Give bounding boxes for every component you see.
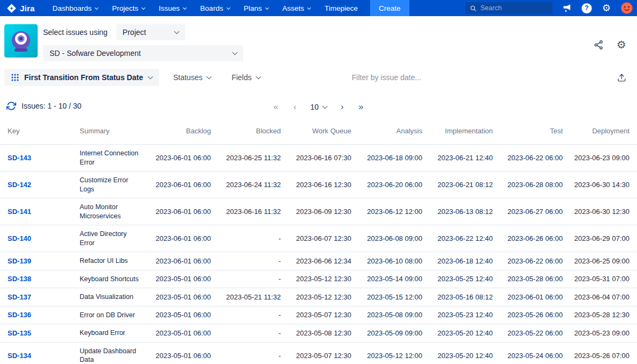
nav-item-projects[interactable]: Projects: [105, 0, 152, 16]
date-cell: -: [215, 225, 285, 252]
table-row: SD-135Keyboard Error2023-05-01 06:00-202…: [0, 324, 637, 342]
nav-item-plans[interactable]: Plans: [237, 0, 275, 16]
nav-item-issues[interactable]: Issues: [152, 0, 193, 16]
date-cell: 2023-06-24 11:32: [215, 172, 285, 198]
nav-item-label: Plans: [244, 4, 262, 12]
nav-item-boards[interactable]: Boards: [193, 0, 237, 16]
date-cell: 2023-06-13 08:12: [427, 198, 497, 225]
issue-source-select[interactable]: Project: [116, 24, 185, 40]
date-cell: 2023-05-09 09:00: [356, 324, 427, 342]
top-navigation: Jira DashboardsProjectsIssuesBoardsPlans…: [0, 0, 637, 16]
statuses-label: Statuses: [173, 73, 202, 82]
nav-item-assets[interactable]: Assets: [275, 0, 318, 16]
project-select[interactable]: SD - Sofware Development: [43, 45, 243, 61]
user-avatar[interactable]: [621, 2, 633, 14]
pagination-controls: « ‹ 10 › »: [268, 102, 369, 112]
share-button[interactable]: [593, 40, 604, 50]
issue-key-link[interactable]: SD-138: [8, 275, 31, 283]
table-row: SD-134Update Dashboard Data2023-05-01 06…: [0, 342, 637, 364]
megaphone-icon: [562, 3, 572, 13]
date-cell: 2023-06-12 12:00: [356, 198, 427, 225]
issue-key-link[interactable]: SD-142: [8, 181, 31, 189]
column-header-analysis: Analysis: [356, 122, 427, 145]
nav-item-label: Projects: [112, 4, 138, 12]
select-issues-label: Select issues using: [43, 28, 108, 37]
jira-logo[interactable]: Jira: [6, 3, 35, 13]
filter-toolbar: First Transition From Status Date Status…: [0, 67, 637, 95]
date-cell: 2023-05-08 09:00: [356, 306, 427, 324]
chevron-down-icon: [174, 28, 179, 34]
feedback-megaphone-icon[interactable]: [561, 2, 573, 14]
page-size-select[interactable]: 10: [306, 102, 331, 112]
issue-key-link[interactable]: SD-136: [8, 311, 31, 319]
app-icon-graphic: [4, 24, 38, 58]
nav-item-timepiece[interactable]: Timepiece: [317, 0, 365, 16]
issue-date-filter-input[interactable]: [352, 73, 611, 82]
column-header-work-queue: Work Queue: [285, 122, 356, 145]
date-cell: 2023-06-06 12:34: [285, 252, 356, 270]
grid-icon: [11, 74, 19, 81]
search-input[interactable]: [480, 4, 548, 12]
nav-item-dashboards[interactable]: Dashboards: [46, 0, 105, 16]
fields-filter[interactable]: Fields: [225, 73, 266, 82]
search-icon: [470, 5, 477, 12]
first-page-button[interactable]: «: [268, 102, 284, 112]
date-cell: 2023-06-28 08:00: [497, 172, 567, 198]
help-icon[interactable]: ?: [582, 3, 592, 13]
date-cell: 2023-05-20 12:40: [427, 324, 497, 342]
date-cell: 2023-06-01 06:00: [147, 172, 215, 198]
date-cell: 2023-06-23 09:00: [567, 145, 637, 172]
prev-page-button[interactable]: ‹: [288, 102, 301, 112]
date-cell: 2023-05-21 11:32: [215, 288, 285, 306]
report-settings-gear-icon[interactable]: ⚙: [617, 39, 626, 50]
date-cell: 2023-05-12 12:00: [356, 342, 427, 364]
settings-gear-icon[interactable]: ⚙: [600, 2, 612, 14]
date-cell: 2023-06-01 06:00: [147, 198, 215, 225]
issue-summary: Auto Monitor Microservices: [75, 198, 147, 225]
chevron-down-icon: [147, 74, 153, 79]
column-header-summary: Summary: [75, 122, 147, 145]
last-page-button[interactable]: »: [353, 102, 369, 112]
nav-item-label: Issues: [159, 4, 180, 12]
brand-name: Jira: [20, 4, 35, 13]
table-row: SD-136Error on DB Driver2023-05-01 06:00…: [0, 306, 637, 324]
date-cell: 2023-05-14 09:00: [356, 270, 427, 288]
date-cell: 2023-05-31 07:00: [567, 270, 637, 288]
nav-item-label: Assets: [282, 4, 305, 12]
issue-key-link[interactable]: SD-135: [8, 329, 31, 337]
export-button[interactable]: [617, 73, 626, 82]
date-field-label: First Transition From Status Date: [24, 73, 143, 82]
chevron-down-icon: [207, 74, 212, 79]
statuses-filter[interactable]: Statuses: [167, 73, 217, 82]
date-cell: -: [215, 252, 285, 270]
issue-key-link[interactable]: SD-134: [8, 352, 31, 360]
issue-key-link[interactable]: SD-137: [8, 293, 31, 301]
date-cell: 2023-05-26 06:00: [497, 306, 567, 324]
date-cell: 2023-05-12 12:30: [285, 270, 356, 288]
issue-summary: Error on DB Driver: [75, 306, 147, 324]
issue-key-link[interactable]: SD-140: [8, 234, 31, 242]
chevron-down-icon: [183, 5, 187, 9]
date-cell: 2023-05-23 12:40: [427, 306, 497, 324]
transition-date-field-select[interactable]: First Transition From Status Date: [4, 69, 159, 86]
next-page-button[interactable]: ›: [335, 102, 349, 112]
date-cell: 2023-06-26 06:00: [497, 225, 567, 252]
create-button[interactable]: Create: [370, 0, 409, 16]
date-cell: 2023-06-08 09:00: [356, 225, 427, 252]
export-icon: [617, 73, 626, 82]
date-cell: 2023-05-01 06:00: [147, 306, 215, 324]
table-header-row: KeySummaryBacklogBlockedWork QueueAnalys…: [0, 122, 637, 145]
refresh-button[interactable]: [6, 101, 16, 111]
issue-summary: Internet Connection Error: [75, 145, 147, 172]
issue-key-link[interactable]: SD-143: [8, 154, 31, 162]
issue-summary: Data Visualization: [75, 288, 147, 306]
date-cell: 2023-06-16 12:30: [285, 172, 356, 198]
date-cell: 2023-05-22 06:00: [497, 324, 567, 342]
global-search[interactable]: [465, 2, 553, 14]
chevron-down-icon: [307, 5, 311, 9]
date-cell: 2023-06-16 11:32: [215, 198, 285, 225]
issue-key-link[interactable]: SD-139: [8, 257, 31, 265]
date-cell: 2023-05-16 08:12: [427, 288, 497, 306]
date-cell: 2023-06-04 07:00: [567, 288, 637, 306]
issue-key-link[interactable]: SD-141: [8, 208, 31, 216]
